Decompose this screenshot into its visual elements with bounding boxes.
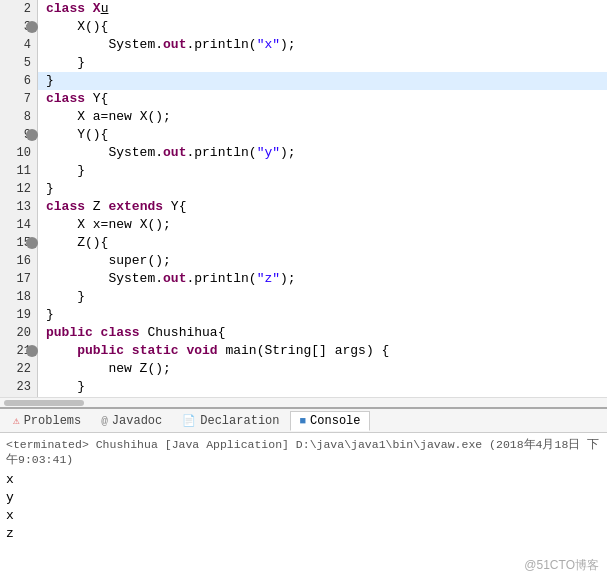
- code-line-6: 6}: [0, 72, 607, 90]
- line-number-16: 16: [0, 252, 38, 270]
- code-line-22: 22 new Z();: [0, 360, 607, 378]
- line-number-17: 17: [0, 270, 38, 288]
- code-lines: 2class Xu3 X(){4 System.out.println("x")…: [0, 0, 607, 397]
- console-output-line: x: [6, 507, 601, 525]
- code-line-18: 18 }: [0, 288, 607, 306]
- watermark: @51CTO博客: [524, 557, 599, 574]
- tab-console[interactable]: ■Console: [290, 411, 369, 431]
- tab-bar: ⚠Problems@Javadoc📄Declaration■Console: [0, 409, 607, 433]
- line-number-23: 23: [0, 378, 38, 396]
- code-line-10: 10 System.out.println("y");: [0, 144, 607, 162]
- code-line-17: 17 System.out.println("z");: [0, 270, 607, 288]
- code-line-8: 8 X a=new X();: [0, 108, 607, 126]
- code-line-7: 7class Y{: [0, 90, 607, 108]
- code-line-11: 11 }: [0, 162, 607, 180]
- code-line-24: 24}: [0, 396, 607, 397]
- line-number-12: 12: [0, 180, 38, 198]
- line-number-11: 11: [0, 162, 38, 180]
- line-number-2: 2: [0, 0, 38, 18]
- scrollbar-thumb[interactable]: [4, 400, 84, 406]
- line-code-15: Z(){: [38, 234, 108, 252]
- line-code-22: new Z();: [38, 360, 171, 378]
- console-area: <terminated> Chushihua [Java Application…: [0, 433, 607, 582]
- declaration-tab-icon: 📄: [182, 414, 196, 427]
- line-code-11: }: [38, 162, 85, 180]
- line-code-9: Y(){: [38, 126, 108, 144]
- line-code-12: }: [38, 180, 54, 198]
- line-code-19: }: [38, 306, 54, 324]
- code-line-4: 4 System.out.println("x");: [0, 36, 607, 54]
- console-output: xyxz: [6, 471, 601, 543]
- bottom-wrapper: <terminated> Chushihua [Java Application…: [0, 433, 607, 582]
- code-line-14: 14 X x=new X();: [0, 216, 607, 234]
- line-number-22: 22: [0, 360, 38, 378]
- javadoc-tab-icon: @: [101, 415, 108, 427]
- line-number-8: 8: [0, 108, 38, 126]
- tab-declaration[interactable]: 📄Declaration: [173, 411, 288, 431]
- problems-tab-icon: ⚠: [13, 414, 20, 427]
- code-line-21: 21 public static void main(String[] args…: [0, 342, 607, 360]
- line-number-7: 7: [0, 90, 38, 108]
- code-line-20: 20public class Chushihua{: [0, 324, 607, 342]
- line-code-20: public class Chushihua{: [38, 324, 225, 342]
- line-code-18: }: [38, 288, 85, 306]
- line-code-21: public static void main(String[] args) {: [38, 342, 389, 360]
- console-output-line: z: [6, 525, 601, 543]
- declaration-tab-label: Declaration: [200, 414, 279, 428]
- code-line-16: 16 super();: [0, 252, 607, 270]
- line-code-17: System.out.println("z");: [38, 270, 296, 288]
- code-line-9: 9 Y(){: [0, 126, 607, 144]
- horizontal-scrollbar[interactable]: [0, 397, 607, 407]
- line-code-7: class Y{: [38, 90, 108, 108]
- line-number-10: 10: [0, 144, 38, 162]
- bottom-panel: ⚠Problems@Javadoc📄Declaration■Console <t…: [0, 407, 607, 582]
- line-number-4: 4: [0, 36, 38, 54]
- console-output-line: y: [6, 489, 601, 507]
- console-tab-icon: ■: [299, 415, 306, 427]
- code-line-19: 19}: [0, 306, 607, 324]
- code-line-23: 23 }: [0, 378, 607, 396]
- line-code-16: super();: [38, 252, 171, 270]
- line-code-13: class Z extends Y{: [38, 198, 186, 216]
- line-number-6: 6: [0, 72, 38, 90]
- code-editor: 2class Xu3 X(){4 System.out.println("x")…: [0, 0, 607, 407]
- code-line-2: 2class Xu: [0, 0, 607, 18]
- line-code-8: X a=new X();: [38, 108, 171, 126]
- code-line-3: 3 X(){: [0, 18, 607, 36]
- problems-tab-label: Problems: [24, 414, 82, 428]
- console-header: <terminated> Chushihua [Java Application…: [6, 437, 601, 467]
- line-number-20: 20: [0, 324, 38, 342]
- line-number-14: 14: [0, 216, 38, 234]
- line-number-9: 9: [0, 126, 38, 144]
- console-tab-label: Console: [310, 414, 360, 428]
- code-line-5: 5 }: [0, 54, 607, 72]
- line-code-24: }: [38, 396, 54, 397]
- line-code-3: X(){: [38, 18, 108, 36]
- tab-javadoc[interactable]: @Javadoc: [92, 411, 171, 431]
- line-number-13: 13: [0, 198, 38, 216]
- line-number-3: 3: [0, 18, 38, 36]
- line-code-5: }: [38, 54, 85, 72]
- line-code-4: System.out.println("x");: [38, 36, 296, 54]
- line-code-10: System.out.println("y");: [38, 144, 296, 162]
- line-code-6: }: [38, 72, 54, 90]
- javadoc-tab-label: Javadoc: [112, 414, 162, 428]
- tab-problems[interactable]: ⚠Problems: [4, 411, 90, 431]
- line-number-19: 19: [0, 306, 38, 324]
- line-number-24: 24: [0, 396, 38, 397]
- console-output-line: x: [6, 471, 601, 489]
- line-number-5: 5: [0, 54, 38, 72]
- line-number-18: 18: [0, 288, 38, 306]
- code-line-15: 15 Z(){: [0, 234, 607, 252]
- line-code-14: X x=new X();: [38, 216, 171, 234]
- line-code-23: }: [38, 378, 85, 396]
- line-number-15: 15: [0, 234, 38, 252]
- line-number-21: 21: [0, 342, 38, 360]
- code-line-13: 13class Z extends Y{: [0, 198, 607, 216]
- line-code-2: class Xu: [38, 0, 108, 18]
- code-line-12: 12}: [0, 180, 607, 198]
